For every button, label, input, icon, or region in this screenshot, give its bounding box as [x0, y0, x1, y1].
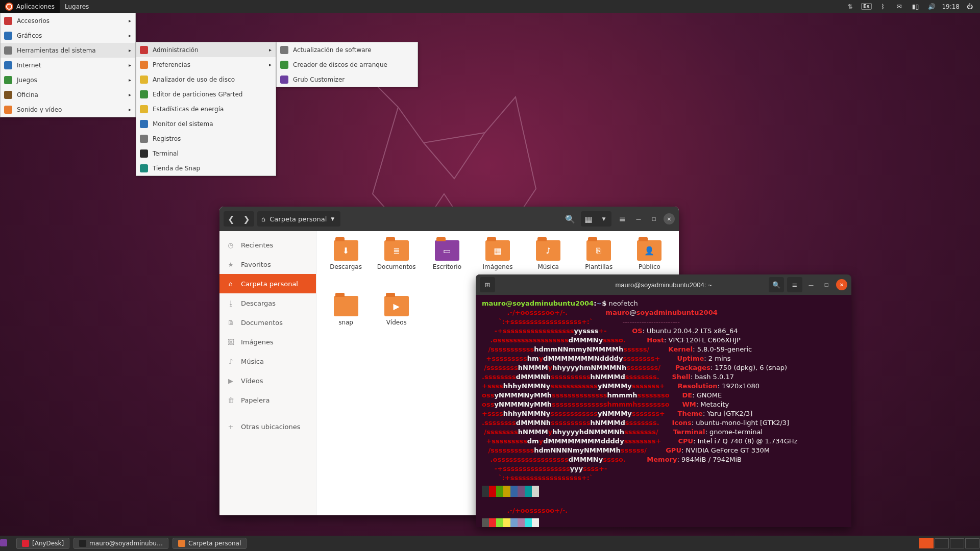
workspace-3[interactable]	[950, 538, 964, 548]
folder-label: Público	[639, 263, 660, 270]
sidebar-item-label: Otras ubicaciones	[241, 423, 301, 431]
menu-item-terminal[interactable]: Terminal	[136, 146, 276, 161]
menu-item-estad-sticas-de-energ-a[interactable]: Estadísticas de energía	[136, 102, 276, 116]
maximize-button[interactable]	[821, 279, 832, 290]
volume-tray-icon[interactable]: 🔊	[925, 0, 938, 13]
mail-tray-icon[interactable]: ✉	[893, 0, 905, 13]
sidebar-item-recientes[interactable]: ◷ Recientes	[219, 235, 316, 255]
view-grid-button[interactable]: ▦	[581, 211, 596, 227]
sidebar-item-v-deos[interactable]: ▶ Vídeos	[219, 371, 316, 390]
places-menu-button[interactable]: Lugares	[60, 0, 94, 13]
sidebar-item-papelera[interactable]: 🗑 Papelera	[219, 390, 316, 410]
taskbar-item[interactable]: Carpeta personal	[173, 538, 247, 549]
menu-item-label: Registros	[153, 135, 181, 142]
sidebar-item-im-genes[interactable]: 🖼 Imágenes	[219, 332, 316, 352]
workspace-4[interactable]	[965, 538, 979, 548]
bluetooth-tray-icon[interactable]: ᛒ	[876, 0, 889, 13]
maximize-button[interactable]	[648, 213, 659, 224]
folder-vídeos[interactable]: ▶ Vídeos	[372, 296, 421, 349]
close-button[interactable]	[836, 279, 847, 290]
sidebar-item-carpeta-personal[interactable]: ⌂ Carpeta personal	[219, 274, 316, 293]
folder-label: Música	[537, 263, 559, 270]
sidebar-item-favoritos[interactable]: ★ Favoritos	[219, 255, 316, 274]
submenu-arrow-icon: ▸	[129, 47, 131, 53]
show-desktop-button[interactable]	[0, 539, 14, 548]
terminal-menu-button[interactable]: ≡	[787, 277, 802, 292]
menu-item-monitor-del-sistema[interactable]: Monitor del sistema	[136, 116, 276, 131]
menu-item-editor-de-particiones-gparted[interactable]: Editor de particiones GParted	[136, 87, 276, 102]
menu-item-registros[interactable]: Registros	[136, 131, 276, 146]
menu-item-preferencias[interactable]: Preferencias ▸	[136, 57, 276, 72]
menu-item-creador-de-discos-de-arranque[interactable]: Creador de discos de arranque	[277, 57, 418, 72]
menu-item-gr-ficos[interactable]: Gráficos ▸	[1, 28, 135, 43]
folder-descargas[interactable]: ⬇ Descargas	[322, 240, 370, 294]
new-tab-button[interactable]: ⊞	[480, 277, 495, 292]
menu-item-grub-customizer[interactable]: Grub Customizer	[277, 72, 418, 87]
minimize-button[interactable]	[633, 213, 644, 224]
path-label: Carpeta personal	[270, 215, 327, 223]
power-tray-icon[interactable]: ⏻	[964, 0, 976, 13]
folder-documentos[interactable]: ≣ Documentos	[372, 240, 421, 294]
folder-escritorio[interactable]: ▭ Escritorio	[423, 240, 471, 294]
forward-button[interactable]: ❯	[239, 211, 254, 227]
menu-item-accesorios[interactable]: Accesorios ▸	[1, 13, 135, 28]
network-tray-icon[interactable]: ⇅	[844, 0, 856, 13]
taskbar-item[interactable]: [AnyDesk]	[16, 538, 69, 549]
menu-item-actualizaci-n-de-software[interactable]: Actualización de software	[277, 42, 418, 57]
folder-label: Imágenes	[483, 263, 513, 270]
sidebar-item-label: Descargas	[241, 299, 276, 307]
sidebar-item-label: Papelera	[241, 396, 270, 404]
menu-item-sonido-y-v-deo[interactable]: Sonido y vídeo ▸	[1, 102, 135, 117]
taskbar-item[interactable]: mauro@soyadminubu…	[74, 538, 168, 549]
sidebar-item-label: Recientes	[241, 241, 273, 249]
sidebar-item-label: Carpeta personal	[241, 280, 298, 288]
clock[interactable]: 19:18	[942, 0, 960, 13]
path-bar[interactable]: ⌂ Carpeta personal ▼	[257, 211, 340, 227]
folder-icon: ≣	[384, 240, 409, 261]
menu-item-icon	[4, 16, 13, 26]
terminal-window[interactable]: ⊞ mauro@soyadminubuntu2004: ~ 🔍 ≡ mauro@…	[476, 274, 851, 527]
workspace-1[interactable]	[919, 538, 934, 548]
sidebar-item-m-sica[interactable]: ♪ Música	[219, 352, 316, 371]
menu-item-label: Administración	[153, 46, 199, 54]
files-sidebar: ◷ Recientes★ Favoritos⌂ Carpeta personal…	[219, 231, 316, 515]
places-menu-label: Lugares	[65, 3, 89, 10]
task-label: [AnyDesk]	[32, 540, 64, 547]
sidebar-item-documentos[interactable]: 🗎 Documentos	[219, 313, 316, 332]
search-button[interactable]: 🔍	[562, 211, 578, 227]
terminal-titlebar[interactable]: ⊞ mauro@soyadminubuntu2004: ~ 🔍 ≡	[476, 274, 851, 295]
menu-item-oficina[interactable]: Oficina ▸	[1, 87, 135, 102]
submenu-arrow-icon: ▸	[129, 92, 131, 97]
folder-label: Documentos	[377, 263, 416, 270]
menu-item-administraci-n[interactable]: Administración ▸	[136, 42, 276, 57]
menu-item-tienda-de-snap[interactable]: Tienda de Snap	[136, 161, 276, 176]
view-dropdown-button[interactable]: ▼	[596, 211, 611, 227]
menu-item-juegos[interactable]: Juegos ▸	[1, 72, 135, 87]
apps-menu[interactable]: Accesorios ▸ Gráficos ▸ Herramientas del…	[0, 13, 136, 117]
minimize-button[interactable]	[805, 279, 817, 290]
battery-tray-icon[interactable]: ▮▯	[909, 0, 921, 13]
terminal-search-button[interactable]: 🔍	[769, 277, 784, 292]
workspace-switcher[interactable]	[919, 538, 980, 548]
administration-submenu[interactable]: Actualización de software Creador de dis…	[276, 42, 418, 87]
system-tools-submenu[interactable]: Administración ▸ Preferencias ▸ Analizad…	[136, 42, 276, 176]
close-button[interactable]	[664, 213, 675, 224]
back-button[interactable]: ❮	[224, 211, 239, 227]
files-titlebar[interactable]: ❮ ❯ ⌂ Carpeta personal ▼ 🔍 ▦ ▼ ≡	[219, 207, 679, 231]
menu-item-label: Editor de particiones GParted	[153, 91, 242, 98]
folder-icon: 👤	[637, 240, 662, 261]
workspace-2[interactable]	[935, 538, 949, 548]
terminal-body[interactable]: mauro@soyadminubuntu2004:~$ neofetch .-/…	[476, 295, 851, 527]
apps-menu-button[interactable]: Aplicaciones	[0, 0, 60, 13]
language-tray-icon[interactable]: Es	[860, 0, 872, 13]
menu-item-icon	[139, 45, 149, 55]
menu-item-analizador-de-uso-de-disco[interactable]: Analizador de uso de disco	[136, 72, 276, 87]
menu-item-internet[interactable]: Internet ▸	[1, 58, 135, 72]
path-dropdown-icon[interactable]: ▼	[331, 216, 334, 221]
sidebar-item-otras-ubicaciones[interactable]: + Otras ubicaciones	[219, 417, 316, 436]
folder-snap[interactable]: snap	[322, 296, 370, 349]
hamburger-button[interactable]: ≡	[615, 211, 630, 227]
sidebar-item-descargas[interactable]: ⭳ Descargas	[219, 293, 316, 313]
menu-item-herramientas-del-sistema[interactable]: Herramientas del sistema ▸	[1, 43, 135, 58]
menu-item-label: Tienda de Snap	[153, 165, 200, 172]
